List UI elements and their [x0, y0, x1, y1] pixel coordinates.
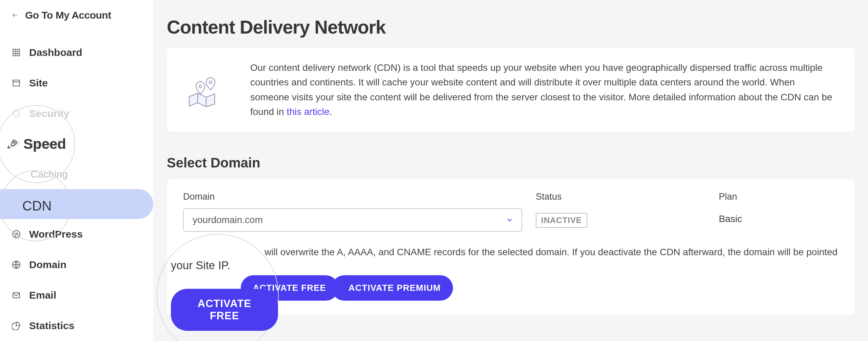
intro-body: Our content delivery network (CDN) is a …: [250, 62, 832, 117]
rocket-icon: [11, 139, 22, 149]
sidebar-item-speed[interactable]: Speed: [0, 129, 153, 159]
svg-rect-1: [17, 49, 20, 52]
plan-value: Basic: [719, 208, 838, 224]
sidebar-item-site[interactable]: Site: [0, 68, 153, 98]
sidebar-item-label: WordPress: [29, 228, 83, 240]
intro-card: Our content delivery network (CDN) is a …: [167, 48, 854, 132]
svg-rect-0: [13, 49, 16, 52]
activate-free-button[interactable]: ACTIVATE FREE: [241, 275, 338, 301]
wordpress-icon: [11, 229, 22, 240]
status-badge: INACTIVE: [536, 213, 587, 228]
sidebar-sub-cdn[interactable]: CDN: [0, 189, 153, 219]
section-title: Select Domain: [167, 155, 854, 170]
sidebar-item-label: Site: [29, 77, 48, 89]
shield-icon: [11, 108, 22, 119]
domain-row: Domain yourdomain.com Status INACTIVE Pl…: [183, 192, 838, 232]
mail-icon: [11, 290, 22, 301]
sidebar-item-label: Caching: [31, 168, 68, 180]
back-label: Go To My Account: [25, 9, 111, 21]
sidebar-item-label: Speed: [29, 138, 60, 150]
svg-rect-3: [17, 53, 20, 56]
chevron-down-icon: [506, 216, 513, 224]
domain-select[interactable]: yourdomain.com: [183, 208, 522, 232]
domain-card: Domain yourdomain.com Status INACTIVE Pl…: [167, 179, 854, 315]
sidebar-item-email[interactable]: Email: [0, 280, 153, 310]
activate-premium-button[interactable]: ACTIVATE PREMIUM: [332, 275, 453, 301]
sidebar-item-label: Email: [29, 289, 56, 301]
sidebar: Go To My Account Dashboard Site Security…: [0, 0, 153, 341]
intro-tail: .: [329, 106, 332, 117]
sidebar-item-security[interactable]: Security: [0, 98, 153, 129]
site-icon: [11, 78, 22, 88]
back-to-account[interactable]: Go To My Account: [0, 9, 153, 21]
overwrite-note: will overwrite the A, AAAA, and CNAME re…: [183, 247, 838, 258]
cta-row: ACTIVATE FREE ACTIVATE PREMIUM: [183, 275, 838, 301]
sidebar-item-wordpress[interactable]: WordPress: [0, 219, 153, 249]
svg-rect-4: [13, 80, 20, 86]
arrow-left-icon: [11, 11, 19, 19]
sidebar-item-dashboard[interactable]: Dashboard: [0, 37, 153, 68]
sidebar-item-statistics[interactable]: Statistics: [0, 310, 153, 341]
col-domain-head: Domain: [183, 192, 522, 202]
globe-icon: [11, 259, 22, 270]
pie-chart-icon: [11, 320, 22, 331]
map-pins-icon: [186, 73, 223, 107]
sidebar-item-label: Dashboard: [29, 47, 82, 58]
sidebar-item-domain[interactable]: Domain: [0, 249, 153, 280]
page-title: Content Delivery Network: [167, 16, 854, 38]
main-content: Content Delivery Network Our content del…: [153, 0, 868, 341]
intro-link[interactable]: this article: [287, 106, 329, 117]
domain-select-value: yourdomain.com: [193, 215, 263, 225]
svg-rect-2: [13, 53, 16, 56]
intro-text: Our content delivery network (CDN) is a …: [250, 60, 834, 119]
col-plan-head: Plan: [719, 192, 838, 202]
col-status-head: Status: [536, 192, 705, 202]
sidebar-item-label: Statistics: [29, 320, 74, 332]
sidebar-sub-caching[interactable]: Caching: [0, 159, 153, 189]
sidebar-item-label: CDN: [31, 198, 53, 210]
sidebar-item-label: Security: [29, 108, 69, 119]
sidebar-item-label: Domain: [29, 259, 66, 270]
dashboard-icon: [11, 47, 22, 58]
svg-point-5: [17, 143, 18, 143]
